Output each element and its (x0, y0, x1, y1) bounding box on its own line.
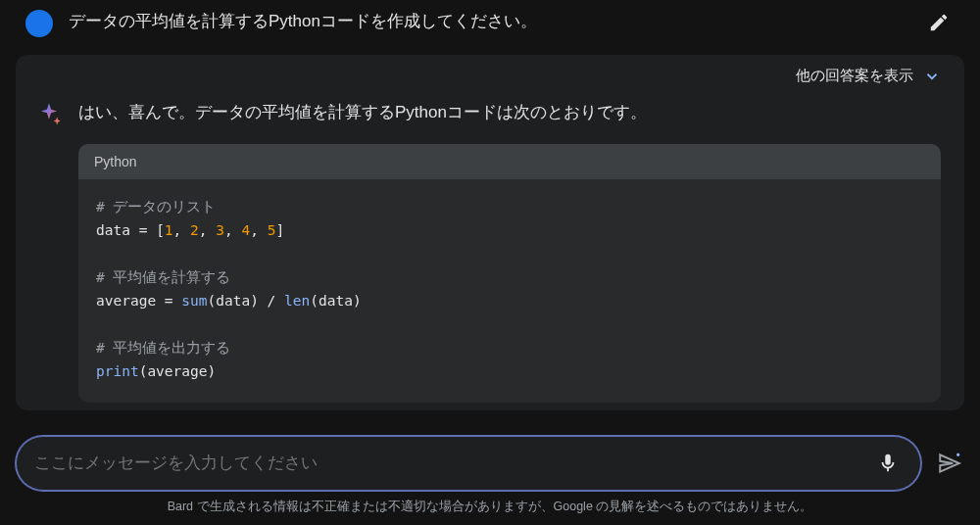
user-avatar (25, 10, 53, 37)
send-icon (937, 451, 962, 476)
code-block: Python # データのリスト data = [1, 2, 3, 4, 5] … (78, 144, 941, 403)
message-input-wrap[interactable] (16, 436, 921, 491)
chevron-down-icon (923, 68, 941, 85)
input-area: Bard で生成される情報は不正確または不適切な場合がありますが、Google … (0, 426, 980, 525)
pencil-icon (928, 12, 950, 33)
microphone-icon (877, 453, 899, 474)
send-button[interactable] (935, 449, 964, 478)
prompt-row: データの平均値を計算するPythonコードを作成してください。 (8, 0, 972, 55)
sparkle-icon (35, 101, 63, 128)
microphone-button[interactable] (873, 449, 903, 478)
edit-prompt-button[interactable] (923, 8, 955, 39)
prompt-text: データの平均値を計算するPythonコードを作成してください。 (69, 8, 907, 35)
disclaimer-text: Bard で生成される情報は不正確または不適切な場合がありますが、Google … (16, 491, 964, 517)
message-input[interactable] (34, 453, 873, 473)
code-language-label: Python (78, 144, 941, 179)
show-drafts-label: 他の回答案を表示 (796, 67, 913, 85)
show-drafts-button[interactable]: 他の回答案を表示 (796, 67, 941, 85)
response-intro-text: はい、喜んで。データの平均値を計算するPythonコードは次のとおりです。 (78, 99, 941, 126)
code-content[interactable]: # データのリスト data = [1, 2, 3, 4, 5] # 平均値を計… (78, 179, 941, 403)
response-card: 他の回答案を表示 はい、喜んで。データの平均 (16, 55, 964, 410)
